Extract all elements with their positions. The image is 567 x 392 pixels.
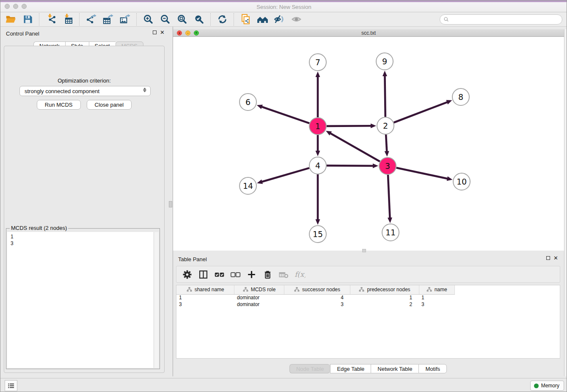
table-cell[interactable]: 1 [176,294,234,301]
table-cell[interactable]: 3 [176,301,234,308]
export-table-button[interactable] [99,13,116,26]
criterion-select[interactable]: strongly connected component [19,86,151,96]
control-panel-close-icon[interactable]: ✕ [160,30,165,34]
mcds-homes-button[interactable] [254,13,271,26]
control-panel-float-icon[interactable] [153,30,157,34]
close-panel-button[interactable]: Close panel [87,100,132,110]
column-header-successor-nodes[interactable]: successor nodes [284,285,350,294]
graph-edge-4-3[interactable] [327,166,374,166]
new-network-from-selection-button[interactable] [237,13,254,26]
network-view-window: x - + scc.txt 7968124314101511 [173,29,564,251]
tab-edge-table[interactable]: Edge Table [330,364,371,373]
graph-edge-1-2[interactable] [327,126,372,126]
graph-edge-3-11[interactable] [388,175,390,218]
import-table-button[interactable] [59,13,76,26]
edge-arrowhead-icon [373,163,378,168]
graph-edge-3-10[interactable] [396,168,448,179]
vertical-splitter[interactable] [168,27,173,376]
edge-arrowhead-icon [316,219,320,225]
table-cell[interactable]: 1 [419,294,454,301]
memory-button[interactable]: Memory [530,381,564,391]
graph-edge-4-14[interactable] [261,168,309,182]
zoom-selected-button[interactable] [190,13,207,26]
table-cell[interactable]: 3 [419,301,454,308]
deselect-all-columns-button[interactable] [228,268,242,281]
add-column-button[interactable] [244,268,259,281]
edge-arrowhead-icon [447,176,453,181]
tab-network-table[interactable]: Network Table [371,364,418,373]
graph-edge-2-3[interactable] [386,135,387,152]
import-network-icon [45,14,57,25]
table-row[interactable]: 1dominator411 [176,294,560,301]
export-table-icon [102,14,114,25]
export-network-button[interactable] [83,13,99,26]
mcds-result-title: MCDS result (2 nodes) [10,225,68,231]
memory-label: Memory [541,383,559,389]
zoom-out-icon [160,14,171,25]
vertical-splitter-grip[interactable] [169,201,172,207]
column-header-name[interactable]: name [419,285,454,294]
save-session-button[interactable] [19,13,36,26]
network-canvas[interactable]: 7968124314101511 [173,37,564,251]
edge-arrowhead-icon [371,124,376,128]
table-cell[interactable]: dominator [234,294,284,301]
toolbar-separator [39,13,39,26]
svg-text:f(x): f(x) [295,270,306,279]
control-panel: Control Panel ✕ NetworkStyleSelectMCDS O… [0,27,168,376]
search-input[interactable] [450,15,562,24]
select-all-columns-button[interactable] [212,268,226,281]
main-toolbar [0,12,567,27]
hide-selected-button[interactable] [271,13,288,26]
zoom-in-icon [143,14,154,25]
workspace: Control Panel ✕ NetworkStyleSelectMCDS O… [0,27,567,378]
zoom-in-button[interactable] [140,13,157,26]
horizontal-splitter-grip[interactable] [362,249,366,252]
network-window-titlebar: x - + scc.txt [173,29,564,37]
deselect-all-columns-icon [230,269,241,280]
task-history-button[interactable] [5,380,17,391]
table-cell[interactable]: 2 [350,301,419,308]
column-header-predecessor-nodes[interactable]: predecessor nodes [350,285,419,294]
import-network-button[interactable] [42,13,59,26]
columns-button[interactable] [196,268,210,281]
graph-node-label: 8 [458,92,463,102]
zoom-out-button[interactable] [157,13,173,26]
open-session-button[interactable] [2,13,19,26]
table-cell[interactable]: 1 [350,294,419,301]
column-header-MCDS-role[interactable]: MCDS role [234,285,284,294]
delete-table-button [276,268,291,281]
column-header-shared-name[interactable]: shared name [176,285,234,294]
function-builder-icon: f(x) [294,269,306,280]
graph-edge-2-9[interactable] [385,75,385,117]
tab-motifs[interactable]: Motifs [418,364,447,373]
table-cell[interactable]: 3 [284,301,350,308]
settings-button[interactable] [180,268,194,281]
graph-node-label: 3 [385,161,390,171]
settings-icon [182,269,193,280]
run-mcds-button[interactable]: Run MCDS [37,100,81,110]
delete-column-icon [262,269,273,280]
session-title: Session: New Session [0,2,567,12]
table-cell[interactable]: 4 [284,294,350,301]
mcds-result-list[interactable]: 13 [7,232,154,368]
export-image-button[interactable] [116,13,133,26]
search-box[interactable] [440,14,562,25]
add-column-icon [246,269,257,280]
zoom-fit-button[interactable] [173,13,190,26]
apply-layout-button[interactable] [214,13,231,26]
graph-edge-3-1[interactable] [330,133,380,161]
graph-edge-1-6[interactable] [261,107,309,123]
tab-node-table[interactable]: Node Table [289,364,330,373]
table-cell[interactable]: dominator [234,301,284,308]
graph-edge-2-8[interactable] [394,102,448,123]
graph-node-label: 9 [382,57,387,66]
mcds-result-scrollbar[interactable] [154,232,159,368]
table-row[interactable]: 3dominator323 [176,301,560,308]
graph-node-label: 10 [457,177,467,186]
table-panel-close-icon[interactable]: ✕ [553,256,558,260]
delete-column-button[interactable] [260,268,275,281]
graph-node-label: 1 [315,121,320,131]
show-all-button[interactable] [288,13,305,26]
table-panel-float-icon[interactable] [546,256,550,260]
control-panel-title: Control Panel [6,30,39,37]
